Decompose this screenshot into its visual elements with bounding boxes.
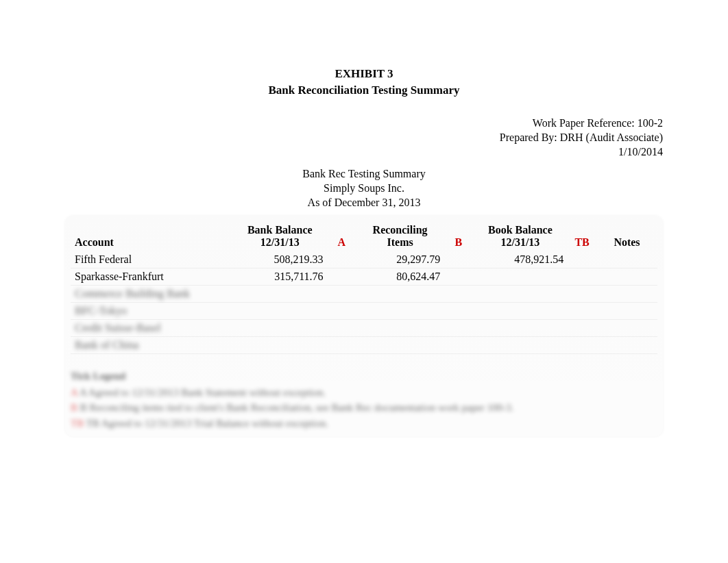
b-tick-cell (444, 268, 473, 285)
b-tick-cell (444, 336, 473, 353)
center-info: Bank Rec Testing Summary Simply Soups In… (65, 167, 663, 210)
legend-tb: TB TB Agreed to 12/31/2013 Trial Balance… (71, 416, 657, 431)
tb-tick-cell (568, 336, 596, 353)
notes-cell (596, 336, 657, 353)
exhibit-title: EXHIBIT 3 (65, 67, 663, 81)
table-row: Credit Suisse-Basel (71, 319, 657, 336)
a-tick-cell (328, 319, 356, 336)
bank-balance-cell: 508,219.33 (232, 251, 328, 268)
b-tick-cell (444, 319, 473, 336)
table-row: BFC-Tokyo (71, 302, 657, 319)
a-tick-cell (328, 336, 356, 353)
a-tick-cell (328, 251, 356, 268)
as-of-date: As of December 31, 2013 (65, 196, 663, 210)
col-account: Account (71, 221, 232, 251)
b-tick-cell (444, 285, 473, 302)
tick-legend: Tick Legend A A Agreed to 12/31/2013 Ban… (71, 371, 657, 431)
legend-title: Tick Legend (71, 371, 657, 382)
table-row: Fifth Federal508,219.3329,297.79478,921.… (71, 251, 657, 268)
tb-tick-cell (568, 319, 596, 336)
notes-cell (596, 302, 657, 319)
book-balance-cell (473, 336, 568, 353)
notes-cell (596, 319, 657, 336)
prepared-date: 1/10/2014 (65, 145, 663, 160)
account-cell: Bank of China (71, 336, 232, 353)
bank-balance-cell: 315,711.76 (232, 268, 328, 285)
account-cell: Credit Suisse-Basel (71, 319, 232, 336)
book-balance-cell (473, 285, 568, 302)
prepared-by: Prepared By: DRH (Audit Associate) (65, 131, 663, 145)
reconciling-cell: 80,624.47 (356, 268, 444, 285)
bank-balance-cell (232, 302, 328, 319)
col-reconciling: Reconciling Items (356, 221, 444, 251)
reconciling-cell (356, 302, 444, 319)
bank-balance-cell (232, 336, 328, 353)
wp-ref: Work Paper Reference: 100-2 (65, 116, 663, 131)
reconciling-cell (356, 319, 444, 336)
tb-tick-cell (568, 285, 596, 302)
bank-balance-cell (232, 319, 328, 336)
notes-cell (596, 285, 657, 302)
table-row: Commerce Building Bank (71, 285, 657, 302)
tb-tick-cell (568, 268, 596, 285)
book-balance-cell (473, 319, 568, 336)
account-cell: Commerce Building Bank (71, 285, 232, 302)
tb-tick-cell (568, 302, 596, 319)
bank-balance-cell (232, 285, 328, 302)
table-container: Account Bank Balance 12/31/13 A Reconcil… (65, 216, 663, 437)
legend-a: A A Agreed to 12/31/2013 Bank Statement … (71, 385, 657, 401)
meta-block: Work Paper Reference: 100-2 Prepared By:… (65, 116, 663, 159)
col-book-balance: Book Balance 12/31/13 (473, 221, 568, 251)
tb-tick-cell (568, 251, 596, 268)
table-row: Bank of China (71, 336, 657, 353)
exhibit-subtitle: Bank Reconciliation Testing Summary (65, 84, 663, 97)
company-name: Simply Soups Inc. (65, 182, 663, 196)
legend-b: B B Reconciling items tied to client's B… (71, 400, 657, 416)
col-a: A (328, 221, 356, 251)
reconciling-cell (356, 336, 444, 353)
book-balance-cell (473, 268, 568, 285)
notes-cell (596, 268, 657, 285)
col-notes: Notes (596, 221, 657, 251)
report-name: Bank Rec Testing Summary (65, 167, 663, 182)
notes-cell (596, 251, 657, 268)
col-b: B (444, 221, 473, 251)
account-cell: BFC-Tokyo (71, 302, 232, 319)
reconciling-cell (356, 285, 444, 302)
account-cell: Sparkasse-Frankfurt (71, 268, 232, 285)
col-bank-balance: Bank Balance 12/31/13 (232, 221, 328, 251)
a-tick-cell (328, 285, 356, 302)
account-cell: Fifth Federal (71, 251, 232, 268)
col-tb: TB (568, 221, 596, 251)
reconciling-cell: 29,297.79 (356, 251, 444, 268)
book-balance-cell: 478,921.54 (473, 251, 568, 268)
table-row: Sparkasse-Frankfurt315,711.7680,624.47 (71, 268, 657, 285)
reconciliation-table: Account Bank Balance 12/31/13 A Reconcil… (71, 221, 657, 354)
b-tick-cell (444, 302, 473, 319)
a-tick-cell (328, 268, 356, 285)
book-balance-cell (473, 302, 568, 319)
b-tick-cell (444, 251, 473, 268)
a-tick-cell (328, 302, 356, 319)
